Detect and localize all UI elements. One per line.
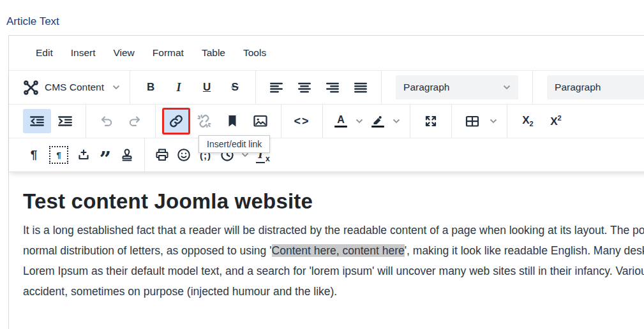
editor-menubar: Edit Insert View Format Table Tools (9, 36, 644, 70)
insert-image-button[interactable] (246, 109, 274, 133)
chevron-down-icon (109, 75, 123, 99)
toolbar-separator (281, 105, 281, 138)
paragraph-line: It is a long established fact that a rea… (23, 220, 644, 240)
menu-view[interactable]: View (104, 43, 143, 63)
read-more-button[interactable] (73, 143, 94, 167)
toolbar-row-2: <> A (9, 104, 644, 138)
align-left-button[interactable] (262, 75, 290, 99)
menu-insert[interactable]: Insert (62, 43, 105, 63)
underline-button[interactable]: U (193, 75, 221, 99)
paragraph-line: Lorem Ipsum as their default model text,… (23, 261, 644, 281)
undo-button[interactable] (93, 109, 121, 133)
toolbar-row-3: ¶ ¶ ” (;) (9, 138, 644, 172)
bold-button[interactable]: B (137, 75, 165, 99)
align-center-button[interactable] (290, 75, 318, 99)
strikethrough-icon: S (231, 81, 238, 94)
cms-content-button[interactable]: CMS Content (23, 75, 123, 99)
toolbar-row-1: CMS Content B I U S (9, 70, 644, 104)
toolbar-separator (130, 71, 130, 104)
insert-edit-link-button[interactable] (162, 108, 190, 135)
table-icon (465, 114, 480, 129)
emoticons-button[interactable] (173, 143, 195, 167)
indent-icon (58, 116, 72, 126)
link-icon (168, 113, 184, 129)
tooltip-insert-edit-link: Insert/edit link (198, 135, 270, 153)
superscript-icon: X2 (550, 114, 561, 128)
toolbar-separator (255, 71, 256, 104)
paragraph-style-value: Paragraph (555, 82, 601, 93)
subscript-button[interactable]: X2 (514, 109, 542, 133)
outdent-icon (30, 116, 44, 126)
background-color-menu-chevron-icon[interactable] (389, 109, 403, 133)
align-center-icon (298, 82, 311, 93)
printer-icon (154, 147, 170, 163)
toolbar-separator (410, 105, 410, 138)
align-justify-button[interactable] (347, 75, 375, 99)
menu-format[interactable]: Format (144, 43, 193, 63)
anchor-bookmark-button[interactable] (218, 109, 246, 133)
joomla-logo-icon (23, 80, 39, 96)
chevron-down-icon (503, 85, 511, 90)
menu-table[interactable]: Table (193, 43, 234, 63)
editor-container: Edit Insert View Format Table Tools CMS … (8, 35, 644, 329)
table-menu-chevron-icon[interactable] (486, 109, 500, 133)
bookmark-icon (225, 113, 240, 129)
show-invisible-characters-button[interactable]: ¶ (23, 143, 45, 167)
unlink-icon (197, 113, 212, 129)
toolbar-separator (507, 105, 507, 138)
paragraph-style-select[interactable]: Paragraph (547, 75, 644, 99)
fullscreen-button[interactable] (417, 109, 445, 133)
undo-icon (100, 116, 113, 127)
toolbar-separator (381, 71, 382, 104)
highlight-pen-icon (371, 115, 384, 124)
show-blocks-button[interactable]: ¶ (45, 143, 73, 167)
align-justify-icon (354, 82, 367, 93)
stamp-icon (119, 147, 135, 163)
align-right-icon (326, 82, 339, 93)
subscript-icon: X2 (522, 114, 533, 128)
text-color-button[interactable]: A (329, 109, 352, 133)
toolbar-separator (144, 138, 145, 172)
italic-button[interactable]: I (165, 75, 193, 99)
remove-link-button[interactable] (190, 109, 218, 133)
blockquote-button[interactable]: ” (94, 143, 116, 167)
paragraph-line: accident, sometimes on purpose (injected… (23, 281, 644, 302)
source-code-button[interactable]: <> (288, 109, 316, 133)
redo-button[interactable] (121, 109, 149, 133)
table-button[interactable] (458, 109, 486, 133)
selected-text: Content here, content here (272, 244, 405, 257)
background-color-swatch (371, 126, 384, 128)
menu-tools[interactable]: Tools (234, 43, 275, 63)
pilcrow-icon: ¶ (31, 148, 38, 162)
toolbar-separator (532, 71, 533, 104)
strikethrough-button[interactable]: S (221, 75, 249, 99)
background-color-button[interactable] (366, 109, 389, 133)
paragraph-line: normal distribution of letters, as oppos… (23, 240, 644, 261)
superscript-button[interactable]: X2 (542, 109, 570, 133)
toolbar-separator (86, 105, 86, 138)
pilcrow-box-icon: ¶ (49, 146, 68, 164)
redo-icon (128, 116, 141, 127)
image-icon (253, 113, 268, 129)
outdent-button[interactable] (23, 109, 51, 133)
paragraph-format-value: Paragraph (403, 82, 449, 93)
toolbar-separator (322, 105, 323, 138)
code-icon: <> (294, 115, 310, 128)
text-color-icon: A (337, 115, 345, 124)
align-right-button[interactable] (318, 75, 347, 99)
paragraph-format-select[interactable]: Paragraph (396, 75, 518, 99)
content-heading: Test content Joomla website (23, 189, 644, 214)
editor-toolbar: CMS Content B I U S (9, 70, 644, 172)
text-color-swatch (334, 126, 347, 128)
align-left-icon (270, 82, 283, 93)
indent-button[interactable] (51, 109, 79, 133)
print-button[interactable] (151, 143, 173, 167)
text-color-menu-chevron-icon[interactable] (352, 109, 366, 133)
stamp-button[interactable] (116, 143, 138, 167)
italic-icon: I (177, 81, 181, 94)
read-more-icon (77, 149, 90, 161)
toolbar-separator (155, 105, 156, 138)
underline-icon: U (203, 81, 211, 94)
editor-content-area[interactable]: Test content Joomla website It is a long… (9, 189, 644, 302)
menu-edit[interactable]: Edit (27, 43, 62, 63)
